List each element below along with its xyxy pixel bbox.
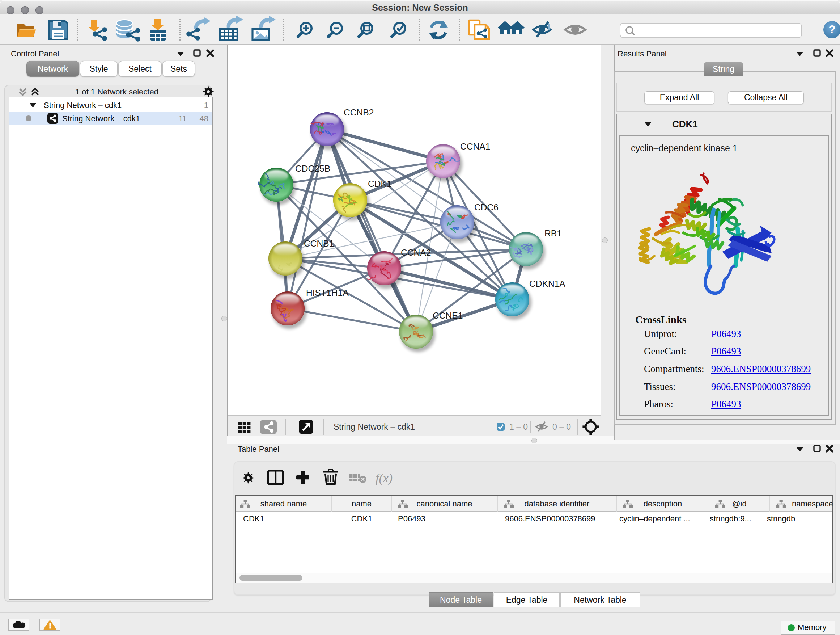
- svg-text:String Network – cdk1: String Network – cdk1: [333, 422, 415, 432]
- svg-text:1 – 0: 1 – 0: [509, 422, 528, 432]
- svg-text:CCNB2: CCNB2: [344, 108, 374, 117]
- svg-text:0 – 0: 0 – 0: [553, 422, 571, 432]
- svg-text:CDC25B: CDC25B: [295, 164, 330, 173]
- svg-text:CCNA1: CCNA1: [460, 141, 490, 151]
- svg-text:CCNE1: CCNE1: [433, 310, 463, 320]
- svg-text:f(x): f(x): [376, 471, 393, 485]
- svg-text:RB1: RB1: [545, 228, 562, 238]
- svg-text:CCNB1: CCNB1: [304, 239, 334, 249]
- svg-text:HIST1H1A: HIST1H1A: [306, 288, 349, 298]
- svg-text:CDK1: CDK1: [368, 179, 392, 188]
- svg-text:CDC6: CDC6: [474, 203, 499, 212]
- svg-text:CCNA2: CCNA2: [401, 248, 431, 257]
- svg-text:CDKN1A: CDKN1A: [529, 279, 565, 288]
